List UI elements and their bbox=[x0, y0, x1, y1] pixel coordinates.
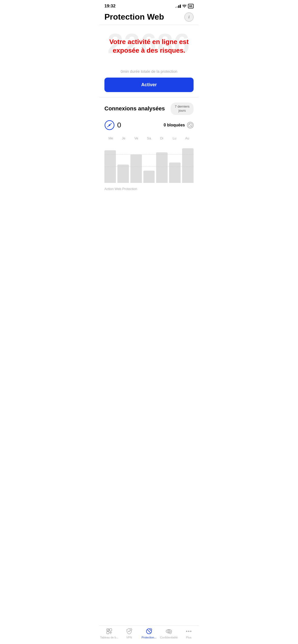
status-time: 19:32 bbox=[104, 4, 115, 9]
bar-ve bbox=[130, 154, 142, 183]
day-je: Je bbox=[117, 136, 130, 140]
day-lu: Lu bbox=[168, 136, 181, 140]
activate-button[interactable]: Activer bbox=[104, 78, 194, 92]
bar-di bbox=[156, 152, 168, 183]
chart-days: Me Je Ve Sa Di Lu Au bbox=[104, 136, 194, 140]
chart-line-upper bbox=[104, 154, 194, 155]
bar-sa bbox=[143, 171, 155, 183]
hero-section: 22686 Votre activité en ligne est exposé… bbox=[99, 25, 199, 65]
bar-je bbox=[117, 165, 129, 183]
duration-text: 0min durée totale de la protection bbox=[99, 69, 199, 74]
connection-count: 0 bbox=[117, 121, 121, 129]
connections-title: Connexions analysées bbox=[104, 105, 165, 112]
day-di: Di bbox=[155, 136, 168, 140]
bars-container bbox=[104, 142, 194, 183]
stats-row: 0 0 bloquées bbox=[104, 120, 194, 130]
battery-icon: 66 bbox=[188, 4, 194, 8]
main-content: 22686 Votre activité en ligne est exposé… bbox=[99, 25, 199, 192]
bar-au bbox=[182, 148, 194, 183]
day-me: Me bbox=[104, 136, 117, 140]
day-sa: Sa bbox=[143, 136, 155, 140]
bottom-hint: Action Web Protection bbox=[99, 183, 199, 192]
wifi-icon bbox=[182, 4, 187, 8]
blocked-connections: 0 bloquées bbox=[164, 122, 194, 128]
status-icons: 66 bbox=[175, 4, 194, 8]
bar-chart bbox=[104, 142, 194, 183]
total-connections: 0 bbox=[104, 120, 121, 130]
status-bar: 19:32 66 bbox=[99, 0, 199, 10]
bar-lu bbox=[169, 163, 181, 183]
page-title: Protection Web bbox=[104, 12, 164, 22]
day-au: Au bbox=[181, 136, 194, 140]
blocked-count-label: 0 bloquées bbox=[164, 123, 185, 127]
compass-icon bbox=[104, 120, 115, 130]
connections-section: Connexions analysées 7 derniersjours 0 0… bbox=[99, 97, 199, 130]
period-label: 7 derniersjours bbox=[175, 105, 189, 113]
chart-line-lower bbox=[104, 167, 194, 167]
signal-icon bbox=[175, 4, 181, 8]
status-message: Votre activité en ligne est exposée à de… bbox=[104, 33, 194, 60]
svg-line-5 bbox=[189, 124, 192, 127]
period-badge[interactable]: 7 derniersjours bbox=[171, 103, 194, 115]
chart-section: Me Je Ve Sa Di Lu Au bbox=[99, 136, 199, 183]
blocked-icon bbox=[187, 122, 194, 128]
svg-line-3 bbox=[107, 125, 110, 127]
svg-line-2 bbox=[110, 123, 112, 125]
day-ve: Ve bbox=[130, 136, 143, 140]
info-button[interactable]: i bbox=[184, 12, 194, 22]
page-header: Protection Web i bbox=[99, 10, 199, 25]
connections-header: Connexions analysées 7 derniersjours bbox=[104, 103, 194, 115]
